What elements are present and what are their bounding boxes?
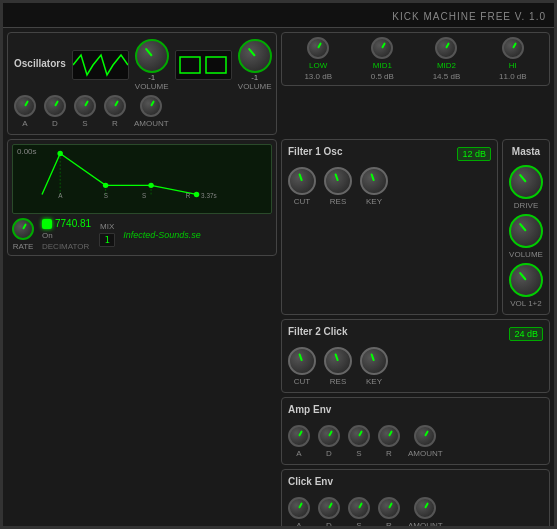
amp-env-amount-knob[interactable] (414, 425, 436, 447)
amp-env-r-group: R (378, 425, 400, 458)
filter2-res-knob[interactable] (324, 347, 352, 375)
click-env-amount-knob[interactable] (414, 497, 436, 519)
masta-title: Masta (512, 146, 540, 157)
click-env-a-label: A (296, 521, 301, 526)
filter1-res-knob[interactable] (324, 167, 352, 195)
envelope-panel: 0.00s A S S (7, 139, 277, 256)
filter1-key-knob[interactable] (360, 167, 388, 195)
adsr-d-knob[interactable] (44, 95, 66, 117)
svg-point-14 (194, 192, 199, 197)
svg-point-13 (148, 183, 153, 188)
amp-env-panel: Amp Env A D S (281, 397, 550, 465)
click-env-a-knob[interactable] (288, 497, 310, 519)
adsr-row: A D S R AMOU (14, 95, 270, 128)
env-time-start: 0.00s (17, 147, 37, 156)
masta-drive-group: DRIVE (509, 165, 543, 210)
filter1-db-badge: 12 dB (457, 147, 491, 161)
filter2-key-knob[interactable] (360, 347, 388, 375)
eq-mid2-value: 14.5 dB (433, 72, 461, 81)
svg-text:R: R (186, 192, 191, 199)
click-env-d-knob[interactable] (318, 497, 340, 519)
adsr-amount-knob[interactable] (140, 95, 162, 117)
knob-group-s: S (74, 95, 96, 128)
on-led[interactable] (42, 219, 52, 229)
osc2-volume-label: VOLUME (238, 82, 272, 91)
osc1-volume-group: -1 VOLUME (135, 39, 169, 91)
filter1-masta-row: Filter 1 Osc 12 dB CUT RES (281, 139, 550, 315)
knob-group-amount: AMOUNT (134, 95, 169, 128)
click-env-d-group: D (318, 497, 340, 526)
amp-env-a-knob[interactable] (288, 425, 310, 447)
top-section: Oscillators -1 VOLUME (3, 28, 554, 135)
on-label: On (42, 231, 91, 240)
adsr-r-knob[interactable] (104, 95, 126, 117)
amp-env-title: Amp Env (288, 404, 331, 415)
svg-point-11 (57, 151, 62, 156)
adsr-r-label: R (112, 119, 118, 128)
filter1-cut-group: CUT (288, 167, 316, 206)
amp-env-header: Amp Env (288, 404, 543, 419)
filter1-res-label: RES (330, 197, 346, 206)
middle-section: 0.00s A S S (3, 139, 554, 526)
rate-value: 7740.81 (55, 218, 91, 229)
click-env-s-knob[interactable] (348, 497, 370, 519)
masta-vol12-knob[interactable] (509, 263, 543, 297)
masta-volume-knob[interactable] (509, 214, 543, 248)
osc2-value: -1 (251, 73, 258, 82)
click-env-r-group: R (378, 497, 400, 526)
knob-group-r: R (104, 95, 126, 128)
filter2-cut-knob[interactable] (288, 347, 316, 375)
amp-env-s-knob[interactable] (348, 425, 370, 447)
filter2-knobs: CUT RES KEY (288, 347, 543, 386)
filter1-header: Filter 1 Osc 12 dB (288, 146, 491, 161)
click-env-d-label: D (326, 521, 332, 526)
eq-mid1-knob[interactable] (371, 37, 393, 59)
svg-rect-1 (206, 57, 226, 73)
masta-drive-knob[interactable] (509, 165, 543, 199)
knob-group-a: A (14, 95, 36, 128)
eq-hi-knob[interactable] (502, 37, 524, 59)
amp-env-r-knob[interactable] (378, 425, 400, 447)
eq-mid2-label: MID2 (437, 61, 456, 70)
amp-env-s-label: S (356, 449, 361, 458)
amp-env-d-group: D (318, 425, 340, 458)
right-side-middle: Filter 1 Osc 12 dB CUT RES (281, 139, 550, 526)
filter2-db-badge: 24 dB (509, 327, 543, 341)
osc-wave-svg-1 (73, 51, 128, 79)
eq-low-label: LOW (309, 61, 327, 70)
click-env-amount-group: AMOUNT (408, 497, 443, 526)
osc1-volume-knob[interactable] (135, 39, 169, 73)
amp-env-d-knob[interactable] (318, 425, 340, 447)
click-env-panel: Click Env A D S (281, 469, 550, 526)
amp-env-s-group: S (348, 425, 370, 458)
eq-mid1-label: MID1 (373, 61, 392, 70)
eq-mid2-knob[interactable] (435, 37, 457, 59)
eq-hi-label: HI (509, 61, 517, 70)
filter1-title: Filter 1 Osc (288, 146, 342, 157)
osc-wave-svg-2 (176, 51, 231, 79)
osc1-value: -1 (148, 73, 155, 82)
rate-knob[interactable] (12, 218, 34, 240)
eq-low-knob[interactable] (307, 37, 329, 59)
filter1-knobs: CUT RES KEY (288, 167, 491, 206)
title-bar: KICK MACHINE FREE V. 1.0 (3, 3, 554, 28)
click-env-r-knob[interactable] (378, 497, 400, 519)
amp-env-amount-label: AMOUNT (408, 449, 443, 458)
filter2-key-label: KEY (366, 377, 382, 386)
filter2-key-group: KEY (360, 347, 388, 386)
adsr-a-knob[interactable] (14, 95, 36, 117)
filter2-title: Filter 2 Click (288, 326, 347, 337)
osc2-volume-knob[interactable] (238, 39, 272, 73)
eq-mid1-group: MID1 0.5 dB (371, 37, 394, 81)
adsr-s-knob[interactable] (74, 95, 96, 117)
eq-knobs: LOW 13.0 dB MID1 0.5 dB MID2 14.5 dB (288, 37, 543, 81)
click-env-a-group: A (288, 497, 310, 526)
infected-text: Infected-Sounds.se (123, 230, 201, 240)
eq-hi-group: HI 11.0 dB (499, 37, 527, 81)
wave-display-1 (72, 50, 129, 80)
filter1-cut-knob[interactable] (288, 167, 316, 195)
adsr-a-label: A (22, 119, 27, 128)
masta-vol12-group: VOL 1+2 (509, 263, 543, 308)
click-env-amount-label: AMOUNT (408, 521, 443, 526)
mix-value: 1 (99, 233, 115, 247)
